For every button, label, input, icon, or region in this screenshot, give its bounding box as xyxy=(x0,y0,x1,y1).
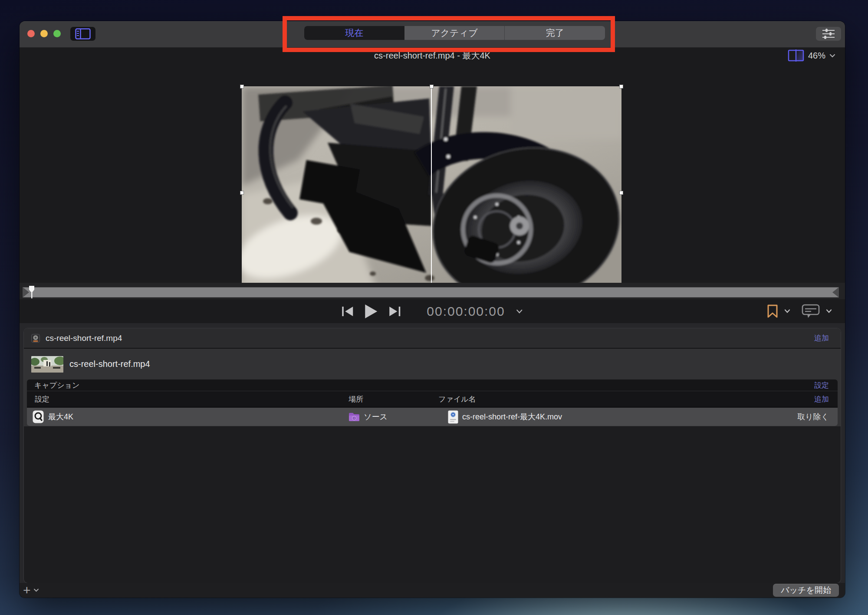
captions-row: キャプション 設定 xyxy=(27,379,838,391)
skip-back-icon xyxy=(342,306,353,317)
crop-handle-top-right[interactable] xyxy=(619,85,623,88)
group-add-link[interactable]: 追加 xyxy=(814,333,829,343)
compare-split-line[interactable] xyxy=(431,86,432,299)
output-file-icon xyxy=(448,410,458,424)
split-view-icon xyxy=(788,49,804,62)
movie-file-icon xyxy=(31,334,40,343)
in-point-marker[interactable] xyxy=(23,287,29,298)
transport-bar: 00:00:00:00 xyxy=(20,299,845,323)
output-setting-name: 最大4K xyxy=(48,412,73,422)
marker-menu-button[interactable] xyxy=(784,309,790,313)
speech-bubble-icon xyxy=(802,304,820,319)
batch-group-header[interactable]: cs-reel-short-ref.mp4 追加 xyxy=(24,328,841,349)
marker-button[interactable] xyxy=(767,304,778,318)
crop-handle-mid-right[interactable] xyxy=(619,191,623,195)
preview-titlebar: cs-reel-short-ref.mp4 - 最大4K 46% xyxy=(20,48,845,63)
compressor-window: 現在 アクティブ 完了 cs-reel-short-ref.mp4 - 最大4K xyxy=(20,21,845,598)
job-detail-card: キャプション 設定 設定 場所 ファイル名 追加 xyxy=(27,379,838,426)
play-icon xyxy=(365,304,378,319)
tab-current-label: 現在 xyxy=(345,27,363,39)
fullscreen-button[interactable] xyxy=(53,30,61,37)
minimize-button[interactable] xyxy=(40,30,48,37)
batch-empty-area xyxy=(24,426,841,551)
tab-completed[interactable]: 完了 xyxy=(505,26,605,40)
desktop: 現在 アクティブ 完了 cs-reel-short-ref.mp4 - 最大4K xyxy=(0,0,868,615)
skip-forward-icon xyxy=(389,306,401,317)
crop-handle-top-center[interactable] xyxy=(430,85,434,88)
outputs-header-row: 設定 場所 ファイル名 追加 xyxy=(27,391,838,407)
captions-settings-link[interactable]: 設定 xyxy=(814,380,829,390)
playhead[interactable] xyxy=(29,286,35,301)
caption-overlay-button[interactable] xyxy=(802,304,820,319)
out-point-marker[interactable] xyxy=(832,287,839,298)
plus-icon: + xyxy=(23,586,31,595)
chevron-down-icon xyxy=(826,309,832,313)
outputs-add-link[interactable]: 追加 xyxy=(814,394,829,404)
close-button[interactable] xyxy=(27,30,35,37)
chevron-down-icon xyxy=(33,589,39,592)
column-location: 場所 xyxy=(349,394,363,404)
sliders-icon xyxy=(821,28,836,39)
job-thumbnail xyxy=(31,356,63,373)
timeline-scrubber[interactable] xyxy=(23,287,839,298)
batch-job-card: cs-reel-short-ref.mp4 キャプション 設定 設定 場所 ファ… xyxy=(24,349,841,426)
group-filename: cs-reel-short-ref.mp4 xyxy=(46,334,814,343)
tab-active-label: アクティブ xyxy=(431,27,477,39)
sidebar-icon xyxy=(75,28,91,39)
window-controls xyxy=(27,30,61,37)
sidebar-toggle-button[interactable] xyxy=(70,27,95,41)
start-batch-button[interactable]: バッチを開始 xyxy=(773,584,839,597)
column-setting: 設定 xyxy=(35,394,49,404)
add-job-button[interactable]: + xyxy=(23,586,39,595)
job-filename: cs-reel-short-ref.mp4 xyxy=(69,359,150,369)
bookmark-icon xyxy=(767,304,778,318)
captions-label: キャプション xyxy=(34,380,814,390)
tab-completed-label: 完了 xyxy=(546,27,564,39)
play-button[interactable] xyxy=(365,304,378,319)
zoom-level-value: 46% xyxy=(808,51,825,61)
output-filename: cs-reel-short-ref-最大4K.mov xyxy=(462,412,562,422)
crop-handle-mid-left[interactable] xyxy=(240,191,244,195)
batch-area: cs-reel-short-ref.mp4 追加 xyxy=(20,323,845,598)
skip-to-start-button[interactable] xyxy=(342,306,353,317)
preview-viewer xyxy=(20,63,845,283)
crop-handle-top-left[interactable] xyxy=(240,85,244,88)
source-folder-icon xyxy=(349,412,360,422)
preview-title: cs-reel-short-ref.mp4 - 最大4K xyxy=(374,50,490,62)
chevron-down-icon xyxy=(784,309,790,313)
batch-panel: cs-reel-short-ref.mp4 追加 xyxy=(24,328,841,583)
tab-active[interactable]: アクティブ xyxy=(404,26,505,40)
inspector-toggle-button[interactable] xyxy=(816,27,841,41)
video-frame[interactable] xyxy=(242,86,621,299)
setting-preset-icon xyxy=(33,410,44,423)
chevron-down-icon xyxy=(516,309,523,314)
tab-current[interactable]: 現在 xyxy=(304,26,404,40)
chevron-down-icon xyxy=(829,54,835,58)
caption-menu-button[interactable] xyxy=(826,309,832,313)
status-segmented-control: 現在 アクティブ 完了 xyxy=(304,26,605,40)
toolbar: 現在 アクティブ 完了 xyxy=(20,21,845,48)
skip-to-end-button[interactable] xyxy=(389,306,401,317)
timecode-menu-button[interactable] xyxy=(516,309,523,314)
column-filename: ファイル名 xyxy=(438,394,476,404)
output-remove-button[interactable]: 取り除く xyxy=(797,412,829,422)
zoom-control[interactable]: 46% xyxy=(788,49,835,62)
job-row[interactable]: cs-reel-short-ref.mp4 xyxy=(24,349,841,379)
output-row-selected[interactable]: 最大4K ソース xyxy=(27,408,838,426)
output-location: ソース xyxy=(364,412,388,422)
batch-footer-bar: + バッチを開始 xyxy=(20,583,845,598)
timecode-display: 00:00:00:00 xyxy=(427,304,505,319)
timeline xyxy=(20,283,845,299)
